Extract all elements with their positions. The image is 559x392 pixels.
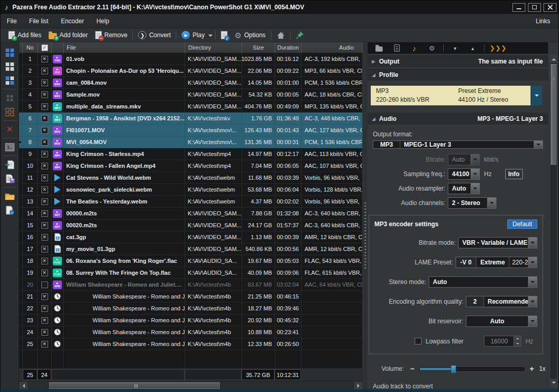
file-row[interactable]: 23✕William Shakespeare - Romeo and Juli.… [19,315,362,326]
dropdown-arrow-icon[interactable] [528,277,537,287]
import-list-icon[interactable] [3,158,17,171]
row-checkbox[interactable]: ✕ [41,341,48,348]
row-checkbox[interactable]: ✕ [41,293,48,300]
file-row[interactable]: 22✕William Shakespeare - Romeo and Juli.… [19,303,362,315]
bitrate-mode-dropdown[interactable]: VBR - Variable / LAME preset [458,237,537,248]
row-check-cell[interactable]: ✕ [38,89,52,101]
file-row[interactable]: 3✕MOVcam_0084.movK:\AV\VIDEO_SAM...14.05… [19,77,362,89]
volume-slider-thumb[interactable] [450,365,456,373]
open-folder-icon[interactable] [3,189,17,203]
mark-group-icon[interactable] [3,105,17,119]
check-all-checkbox[interactable] [41,44,48,51]
remove-button[interactable]: − Remove [92,30,131,40]
check-group-icon[interactable] [3,91,17,105]
file-row[interactable]: 12✕sosnowiec_park_sielecki.webmK:\AV\vct… [19,184,362,196]
row-check-cell[interactable]: ✕ [38,65,52,77]
column-header-no[interactable]: No [23,42,38,53]
row-check-cell[interactable]: ✕ [38,136,52,148]
info-button[interactable]: Info [505,169,523,179]
file-row[interactable]: 11✕Cat Stevens - Wild World.webmK:\AV\vc… [19,172,362,184]
row-check-cell[interactable]: ✕ [38,101,52,113]
row-check-cell[interactable]: ✕ [38,77,52,89]
play-button[interactable]: ▶ Play [178,30,208,40]
file-row[interactable]: 25✕William Shakespeare - Romeo and Juli.… [19,338,362,350]
file-row[interactable]: 21✕William Shakespeare - Romeo and Juli.… [19,291,362,303]
panel-vertical-scrollbar[interactable] [550,55,557,387]
row-check-cell[interactable]: ✕ [38,113,52,124]
bit-reservoir-dropdown[interactable]: Auto [466,316,537,327]
volume-plus-button[interactable]: + [530,365,534,373]
row-checkbox[interactable]: ✕ [41,103,48,110]
menu-help[interactable]: Help [96,18,109,25]
row-checkbox[interactable]: ✕ [41,151,48,158]
row-checkbox[interactable]: ✕ [41,210,48,217]
row-check-cell[interactable]: ✕ [38,160,52,172]
close-button[interactable] [543,3,556,12]
expand-all-button[interactable]: ▴ [466,43,479,53]
horizontal-scroll-thumb[interactable] [49,382,220,389]
row-check-cell[interactable]: ✕ [38,291,52,303]
column-header-size[interactable]: Size [242,42,275,53]
profile-section-header[interactable]: ◢ Profile [368,69,548,81]
row-checkbox[interactable]: ✕ [41,68,48,74]
scroll-left-button[interactable] [19,382,27,389]
menu-links[interactable]: Links [536,18,550,25]
row-checkbox[interactable]: ✕ [41,186,48,193]
row-checkbox[interactable]: ✕ [41,91,48,98]
row-check-cell[interactable]: ✕ [38,53,52,65]
file-row[interactable]: 16✕cat.3gpK:\AV\VIDEO_SAM...1.13 MB00:00… [19,231,362,243]
row-check-cell[interactable]: ✕ [38,196,52,208]
row-check-cell[interactable]: ✕ [38,148,52,160]
panel-scroll-up-button[interactable] [550,55,557,63]
row-check-cell[interactable]: ✕ [38,315,52,326]
tab-audio-settings[interactable]: ♪ [408,43,420,53]
menu-file-list[interactable]: File list [29,18,48,25]
row-check-cell[interactable]: ✕ [38,255,52,267]
tab-other-settings[interactable]: ⚙ [426,43,438,53]
channels-dropdown[interactable]: 2 - Stereo [448,197,496,209]
file-row[interactable]: ▶8✕MOVMVI_0054.MOVK:\AV\vctest\mov\...13… [19,136,362,148]
horizontal-scrollbar[interactable] [19,381,362,389]
renumber-list-icon[interactable]: 1.. [3,140,17,154]
file-row[interactable]: 6✕MKVBergman - 1958 - Ansiktet [DVD x264… [19,113,362,124]
column-header-file[interactable]: File [64,42,185,53]
row-check-cell[interactable]: ✕ [38,338,52,350]
row-checkbox[interactable]: ✕ [41,163,48,169]
dropdown-arrow-icon[interactable] [487,198,496,208]
row-checkbox[interactable]: ✕ [41,56,48,62]
export-list-icon[interactable] [3,171,17,185]
dropdown-arrow-icon[interactable] [528,316,537,326]
row-checkbox[interactable]: ✕ [41,234,48,241]
row-check-cell[interactable]: ✕ [38,243,52,255]
file-row[interactable]: 24✕William Shakespeare - Romeo and Juli.… [19,326,362,338]
file-row[interactable]: 15✕M2T00020.m2tsK:\AV\VIDEO_SAM...24.17 … [19,219,362,231]
file-row[interactable]: 20M4BWilliam Shakespeare - Romeo and Jul… [19,279,362,291]
dropdown-arrow-icon[interactable] [528,257,537,268]
file-row[interactable]: 17✕my_movie_01.3gpK:\AV\VIDEO_SAM...540.… [19,243,362,255]
row-checkbox[interactable]: ✕ [41,80,48,86]
row-checkbox[interactable]: ✕ [41,258,48,264]
file-row[interactable]: 14✕M2T00000.m2tsK:\AV\VIDEO_SAM...7.88 G… [19,208,362,219]
row-check-cell[interactable]: ✕ [38,219,52,231]
menu-file[interactable]: File [7,18,17,25]
column-header-check[interactable] [38,42,52,53]
row-checkbox[interactable]: ✕ [41,246,48,253]
column-header-type[interactable] [52,42,64,53]
check-all-icon[interactable] [3,45,17,59]
column-header-directory[interactable]: Directory [185,42,242,53]
row-check-cell[interactable]: ✕ [38,124,52,136]
collapse-all-button[interactable]: ▾ [449,43,461,53]
remove-file-icon[interactable]: ✕ [3,122,17,136]
row-checkbox[interactable]: ✕ [41,115,48,122]
row-checkbox[interactable]: ✕ [41,127,48,134]
row-check-cell[interactable]: ✕ [38,184,52,196]
file-row[interactable]: 5✕MKVmultiple_data_streams.mkvK:\AV\VIDE… [19,101,362,113]
add-folder-button[interactable]: + Add folder [45,30,92,40]
tab-output-folder[interactable] [373,43,385,53]
scroll-right-button[interactable] [354,382,362,389]
row-checkbox[interactable]: ✕ [41,198,48,205]
file-row[interactable]: 7✕MOVFI010071.MOVK:\AV\vctest\mov\...126… [19,124,362,136]
quality-dropdown[interactable]: 2 Recommended [466,296,537,307]
dropdown-arrow-icon[interactable] [528,296,537,307]
row-check-cell[interactable]: ✕ [38,231,52,243]
